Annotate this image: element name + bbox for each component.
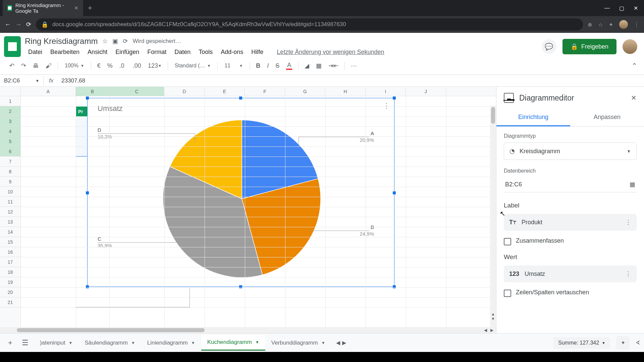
tab-setup[interactable]: Einrichtung xyxy=(496,109,570,126)
resize-handle[interactable] xyxy=(86,191,89,194)
sheet-tab[interactable]: )ateninput▼ xyxy=(34,335,79,351)
aggregate-checkbox-row[interactable]: Zusammenfassen xyxy=(504,237,637,245)
close-window-icon[interactable]: ✕ xyxy=(634,5,638,11)
select-all-corner[interactable] xyxy=(0,87,21,96)
menu-insert[interactable]: Einfügen xyxy=(112,47,143,57)
address-bar[interactable]: 🔒 docs.google.com/spreadsheets/d/16sZAG8… xyxy=(36,18,583,31)
more-options-icon[interactable]: ⋮ xyxy=(625,219,631,226)
more-tools-icon[interactable]: ⋯ xyxy=(348,60,360,71)
increase-decimal-button[interactable]: .00 xyxy=(130,60,144,71)
sheet-nav-left-icon[interactable]: ◀ xyxy=(336,340,340,346)
row-header[interactable]: 8 xyxy=(0,167,20,177)
row-header[interactable]: 3 xyxy=(0,116,20,126)
row-header[interactable]: 17 xyxy=(0,257,20,267)
menu-data[interactable]: Daten xyxy=(171,47,194,57)
forward-icon[interactable]: → xyxy=(15,21,21,28)
fill-color-icon[interactable]: ◢ xyxy=(302,60,312,71)
resize-handle[interactable] xyxy=(393,97,396,100)
text-color-button[interactable]: A xyxy=(283,60,295,72)
label-field-chip[interactable]: Tᴛ Produkt ⋮ xyxy=(504,214,637,231)
checkbox[interactable] xyxy=(504,238,511,245)
column-header[interactable]: J xyxy=(406,87,446,96)
all-sheets-icon[interactable]: ☰ xyxy=(18,336,33,350)
extensions-icon[interactable]: ✦ xyxy=(609,21,613,28)
menu-view[interactable]: Ansicht xyxy=(84,47,111,57)
resize-handle[interactable] xyxy=(393,191,396,194)
row-header[interactable]: 7 xyxy=(0,157,20,167)
zoom-select[interactable]: 100% ▼ xyxy=(61,61,88,70)
menu-help[interactable]: Hilfe xyxy=(248,47,267,57)
row-header[interactable]: 4 xyxy=(0,126,20,136)
reload-icon[interactable]: ⟳ xyxy=(26,21,31,28)
profile-avatar-icon[interactable] xyxy=(619,20,628,29)
row-header[interactable]: 20 xyxy=(0,287,20,297)
number-format-select[interactable]: 123▼ xyxy=(145,60,164,71)
merge-icon[interactable]: ⇥⇤ xyxy=(326,60,341,71)
resize-handle[interactable] xyxy=(86,285,89,288)
decrease-decimal-button[interactable]: .0 xyxy=(117,60,129,71)
row-header[interactable]: 11 xyxy=(0,197,20,207)
currency-button[interactable]: € xyxy=(95,60,103,71)
column-header[interactable]: E xyxy=(205,87,245,96)
sheet-tab[interactable]: Säulendiagramm▼ xyxy=(78,335,141,351)
quicksum-display[interactable]: Summe: 127.342 ▼ xyxy=(553,337,610,349)
strike-button[interactable]: S xyxy=(273,60,282,71)
print-icon[interactable]: 🖶 xyxy=(30,60,42,71)
sheet-nav-right-icon[interactable]: ▶ xyxy=(342,340,346,346)
sheets-logo-icon[interactable] xyxy=(4,36,21,57)
chart-title[interactable]: Umsatz xyxy=(98,104,123,113)
tab-customize[interactable]: Anpassen xyxy=(570,109,644,126)
column-header[interactable]: H xyxy=(325,87,366,96)
row-header[interactable]: 2 xyxy=(0,106,20,116)
close-tab-icon[interactable]: ✕ xyxy=(74,5,78,11)
star-doc-icon[interactable]: ☆ xyxy=(102,38,108,45)
row-header[interactable]: 5 xyxy=(0,136,20,146)
document-title[interactable]: Ring Kreisdiagramm xyxy=(25,37,98,46)
close-editor-icon[interactable]: ✕ xyxy=(631,94,637,102)
font-size-select[interactable]: 11 ▼ xyxy=(221,61,246,70)
checkbox[interactable] xyxy=(504,290,511,297)
row-header[interactable]: 18 xyxy=(0,267,20,277)
chart-menu-icon[interactable]: ⋮ xyxy=(383,102,389,110)
row-header[interactable]: 16 xyxy=(0,247,20,257)
row-header[interactable]: 9 xyxy=(0,177,20,187)
add-sheet-button[interactable]: + xyxy=(4,336,16,350)
vertical-nav-arrows[interactable]: ▲▼ xyxy=(490,312,496,321)
resize-handle[interactable] xyxy=(239,97,242,100)
zoom-icon[interactable]: ⊕ xyxy=(588,21,592,28)
percent-button[interactable]: % xyxy=(105,60,115,71)
menu-edit[interactable]: Bearbeiten xyxy=(47,47,83,57)
resize-handle[interactable] xyxy=(86,97,89,100)
row-header[interactable]: 14 xyxy=(0,227,20,237)
column-header[interactable]: D xyxy=(164,87,205,96)
data-range-input[interactable]: B2:C6 ▦ xyxy=(504,177,637,192)
minimize-icon[interactable]: — xyxy=(604,5,610,11)
horizontal-scrollbar[interactable]: ◀ ▶ xyxy=(0,327,496,333)
comments-button[interactable]: 💬 xyxy=(542,39,556,54)
column-header[interactable]: G xyxy=(285,87,325,96)
paint-format-icon[interactable]: 🖌 xyxy=(43,60,54,71)
formula-input[interactable]: 23307,68 xyxy=(59,77,88,84)
menu-tools[interactable]: Tools xyxy=(195,47,216,57)
font-select[interactable]: Standard (… ▼ xyxy=(171,61,214,70)
resize-handle[interactable] xyxy=(393,285,396,288)
more-options-icon[interactable]: ⋮ xyxy=(625,270,631,278)
sheet-tab[interactable]: Liniendiagramm▼ xyxy=(141,335,201,351)
value-field-chip[interactable]: 123 Umsatz ⋮ xyxy=(504,265,637,282)
row-header[interactable]: 10 xyxy=(0,187,20,197)
row-header[interactable]: 19 xyxy=(0,277,20,287)
hscroll-arrows[interactable]: ◀ ▶ xyxy=(484,328,496,333)
menu-addons[interactable]: Add-ons xyxy=(217,47,247,57)
redo-icon[interactable]: ↷ xyxy=(18,60,29,71)
star-icon[interactable]: ☆ xyxy=(598,21,603,28)
column-header[interactable]: I xyxy=(366,87,406,96)
resize-handle[interactable] xyxy=(239,285,242,288)
row-header[interactable]: 13 xyxy=(0,217,20,227)
account-avatar[interactable] xyxy=(623,39,637,54)
column-header[interactable]: A xyxy=(21,87,76,96)
column-header[interactable]: F xyxy=(245,87,285,96)
browser-tab[interactable]: Ring Kreisdiagramm - Google Ta ✕ xyxy=(3,0,83,17)
select-range-icon[interactable]: ▦ xyxy=(630,181,635,188)
last-edit-link[interactable]: Letzte Änderung vor wenigen Sekunden xyxy=(273,47,387,57)
maximize-icon[interactable]: ▢ xyxy=(619,5,624,11)
